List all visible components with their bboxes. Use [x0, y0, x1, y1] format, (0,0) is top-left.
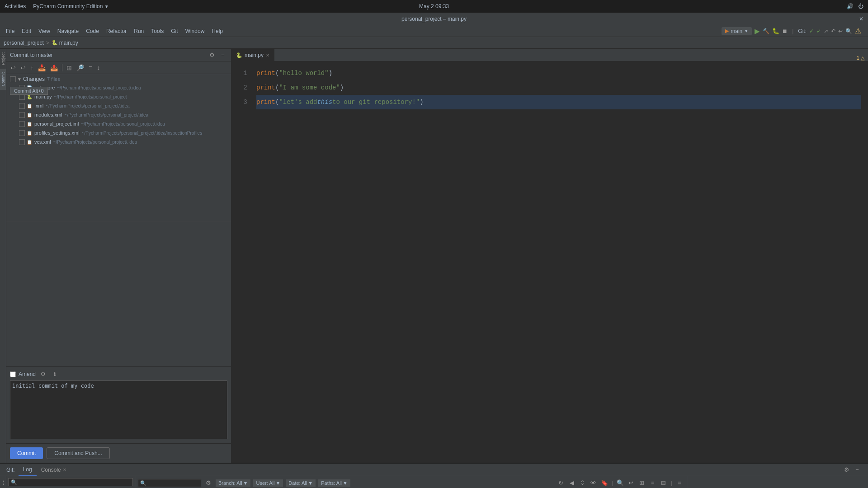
paths-filter-label: Paths: All — [321, 480, 342, 486]
branch-filter-btn[interactable]: Branch: All ▼ — [216, 479, 250, 487]
git-branch-search[interactable] — [8, 478, 133, 486]
string-code: "I am some code" — [279, 80, 340, 95]
run-config-selector[interactable]: ▶ main ▼ — [722, 27, 752, 35]
view-options-icon[interactable]: 🔎 — [75, 63, 85, 72]
sidebar-tab-commit[interactable]: Commit — [0, 69, 6, 90]
menu-view[interactable]: View — [35, 27, 54, 35]
file-checkbox[interactable] — [19, 112, 25, 118]
amend-row: Amend ⚙ ℹ — [10, 370, 227, 379]
amend-info-icon[interactable]: ℹ — [50, 370, 59, 379]
file-name-label: modules.xml — [34, 112, 62, 117]
close-button[interactable]: ✕ — [859, 16, 863, 22]
py-file-icon: 🐍 — [236, 52, 242, 58]
code-line-1: print("hello world") — [256, 66, 861, 80]
minimize-icon[interactable]: − — [853, 465, 862, 474]
toggle-left-icon[interactable]: ◀ — [567, 479, 576, 488]
refresh-log-icon[interactable]: ↻ — [557, 479, 566, 488]
tab-close-icon[interactable]: ✕ — [63, 467, 66, 472]
shelve-icon[interactable]: 📥 — [37, 63, 47, 72]
volume-icon[interactable]: 🔊 — [847, 3, 854, 9]
settings-icon[interactable]: ⚙ — [208, 51, 217, 60]
file-path: ~/PycharmProjects/personal_project/.idea — [81, 122, 165, 127]
sidebar-tab-project[interactable]: Project — [0, 49, 6, 69]
warning-icon: ⚠ — [855, 27, 861, 35]
undo-icon[interactable]: ↩ — [19, 63, 27, 72]
menu-window[interactable]: Window — [182, 27, 208, 35]
file-item-profiles[interactable]: 📋 profiles_settings.xml ~/PycharmProject… — [6, 128, 231, 137]
menu-run[interactable]: Run — [130, 27, 147, 35]
menu-git[interactable]: Git — [167, 27, 181, 35]
columns-icon[interactable]: ⊟ — [659, 479, 668, 488]
date-filter-btn[interactable]: Date: All ▼ — [286, 479, 316, 487]
menu-code[interactable]: Code — [82, 27, 103, 35]
refresh-icon[interactable]: ↩ — [9, 63, 17, 72]
grid-icon[interactable]: ⊞ — [637, 479, 646, 488]
git-arrow1[interactable]: ↗ — [824, 28, 828, 34]
file-item-xml1[interactable]: 📋 .xml ~/PycharmProjects/personal_projec… — [6, 101, 231, 110]
expand-all-icon[interactable]: ≡ — [675, 479, 684, 488]
minimize-icon[interactable]: − — [218, 51, 227, 60]
menu-refactor[interactable]: Refactor — [103, 27, 130, 35]
unshelve-icon[interactable]: 📤 — [49, 63, 59, 72]
commit-push-button[interactable]: Commit and Push... — [47, 447, 109, 459]
undo2-icon[interactable]: ↩ — [627, 479, 636, 488]
git-check2[interactable]: ✓ — [816, 28, 821, 34]
changes-select-all[interactable] — [10, 76, 16, 82]
file-name[interactable]: main.py — [59, 40, 78, 46]
user-filter-btn[interactable]: User: All ▼ — [253, 479, 283, 487]
git-label: Git: — [3, 467, 19, 473]
power-icon[interactable]: ⏻ — [858, 3, 863, 9]
file-checkbox[interactable] — [19, 121, 25, 127]
git-undo[interactable]: ↩ — [838, 28, 843, 34]
commit-message-input[interactable]: initial commit of my code — [10, 380, 227, 439]
search-icon[interactable]: 🔍 — [616, 479, 625, 488]
commit-panel-actions: ⚙ − — [208, 51, 227, 60]
menu-navigate[interactable]: Navigate — [54, 27, 82, 35]
update-icon[interactable]: ↑ — [29, 63, 35, 72]
amend-settings-icon[interactable]: ⚙ — [38, 370, 47, 379]
sort-icon[interactable]: ↕ — [95, 63, 101, 72]
menu-file[interactable]: File — [2, 27, 18, 35]
file-item-iml[interactable]: 📋 personal_project.iml ~/PycharmProjects… — [6, 119, 231, 128]
tab-close-icon[interactable]: ✕ — [266, 53, 269, 58]
search-button[interactable]: 🔍 — [845, 28, 852, 34]
menu-tools[interactable]: Tools — [147, 27, 167, 35]
filter-icon[interactable]: ≡ — [648, 479, 657, 488]
menu-help[interactable]: Help — [208, 27, 226, 35]
paths-filter-btn[interactable]: Paths: All ▼ — [318, 479, 350, 487]
tab-main-py[interactable]: 🐍 main.py ✕ — [231, 49, 274, 61]
bookmark2-icon[interactable]: 🔖 — [600, 479, 609, 488]
debug-button[interactable]: 🐛 — [772, 28, 779, 34]
date-filter-label: Date: All — [288, 480, 307, 486]
string-add-part1: "let's add — [279, 95, 317, 109]
amend-checkbox[interactable] — [10, 371, 16, 377]
settings-icon[interactable]: ⚙ — [842, 465, 851, 474]
git-check1[interactable]: ✓ — [809, 28, 814, 34]
file-checkbox[interactable] — [19, 103, 25, 109]
file-item-vcs[interactable]: 📋 vcs.xml ~/PycharmProjects/personal_pro… — [6, 137, 231, 146]
file-checkbox[interactable] — [19, 130, 25, 136]
commit-button[interactable]: Commit — [10, 447, 43, 459]
menu-edit[interactable]: Edit — [18, 27, 35, 35]
run-button[interactable]: ▶ — [755, 27, 760, 35]
file-item-modules[interactable]: 📋 modules.xml ~/PycharmProjects/personal… — [6, 110, 231, 119]
build-button[interactable]: 🔨 — [763, 28, 769, 34]
stop-button[interactable]: ⏹ — [782, 28, 788, 34]
editor-content: 1 2 3 print("hello world") print("I am s… — [231, 61, 868, 463]
group-icon[interactable]: ≡ — [87, 63, 94, 72]
file-checkbox[interactable] — [19, 139, 25, 145]
eye-icon[interactable]: 👁 — [589, 479, 598, 488]
commit-search-input[interactable] — [138, 479, 201, 487]
code-area[interactable]: print("hello world") print("I am some co… — [250, 61, 868, 463]
git-arrow2[interactable]: ↶ — [831, 28, 835, 34]
tab-log[interactable]: Log — [19, 464, 37, 476]
toggle-right-icon[interactable]: ⇕ — [578, 479, 587, 488]
filter-settings-icon[interactable]: ⚙ — [204, 479, 213, 488]
activities-label[interactable]: Activities — [5, 3, 26, 9]
diff-icon[interactable]: ⊞ — [65, 63, 73, 72]
changes-count: 7 files — [47, 76, 60, 82]
tab-console[interactable]: Console ✕ — [37, 464, 71, 476]
project-name[interactable]: personal_project — [4, 40, 44, 46]
file-icon: 📋 — [26, 139, 33, 145]
changes-group-header[interactable]: ▼ Changes 7 files — [6, 75, 231, 83]
